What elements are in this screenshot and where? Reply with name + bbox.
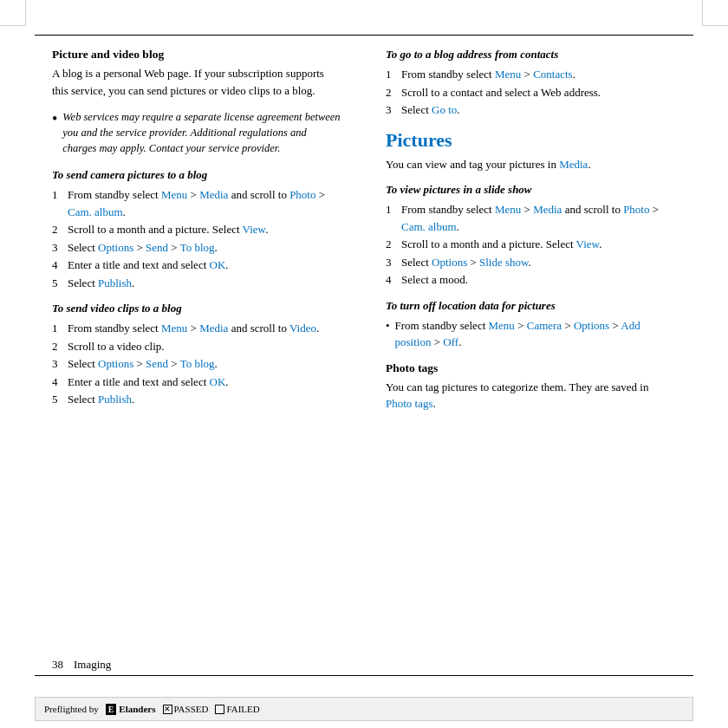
- options-link-4: Options: [574, 319, 609, 332]
- camera-step-2: 2 Scroll to a month and a picture. Selec…: [52, 221, 342, 238]
- ok-link-1: OK: [210, 258, 226, 271]
- publish-link-2: Publish: [98, 393, 132, 406]
- photo-tags-title: Photo tags: [386, 361, 676, 375]
- options-link-1: Options: [98, 241, 133, 254]
- camera-step-3: 3 Select Options > Send > To blog.: [52, 239, 342, 257]
- contacts-step-2: 2 Scroll to a contact and select a Web a…: [386, 84, 676, 101]
- ok-link-2: OK: [210, 375, 226, 388]
- elanders-e-icon: E: [106, 704, 117, 715]
- preflight-bar: Preflighted by E Elanders ✕ PASSED FAILE…: [35, 697, 693, 721]
- video-steps-list: 1 From standby select Menu > Media and s…: [52, 320, 342, 408]
- preflight-label: Preflighted by: [44, 704, 99, 714]
- page-section-label: Imaging: [74, 658, 111, 672]
- send-link-1: Send: [146, 241, 168, 254]
- photo-tags-link: Photo tags: [386, 397, 433, 410]
- cam-album-link-1: Cam. album: [68, 205, 123, 218]
- failed-check-icon: [215, 705, 224, 714]
- elanders-logo: E Elanders: [106, 704, 156, 715]
- menu-link-4: Menu: [495, 203, 521, 216]
- subsection-video-title: To send video clips to a blog: [52, 302, 342, 315]
- location-step-1: • From standby select Menu > Camera > Op…: [386, 317, 676, 351]
- camera-step-5: 5 Select Publish.: [52, 275, 342, 292]
- elanders-brand: Elanders: [119, 704, 155, 714]
- main-body: A blog is a personal Web page. If your s…: [52, 65, 342, 99]
- passed-check-icon: ✕: [163, 705, 172, 714]
- right-column: To go to a blog address from contacts 1 …: [377, 48, 676, 667]
- notice-block: • Web services may require a separate li…: [52, 109, 342, 156]
- notice-text: Web services may require a separate lice…: [62, 109, 342, 156]
- cam-album-link-2: Cam. album: [401, 220, 457, 233]
- send-link-2: Send: [146, 357, 168, 370]
- media-link-2: Media: [199, 322, 228, 335]
- view-link-1: View: [243, 223, 266, 236]
- video-step-5: 5 Select Publish.: [52, 391, 342, 408]
- video-step-3: 3 Select Options > Send > To blog.: [52, 355, 342, 373]
- photo-link-1: Photo: [289, 188, 315, 201]
- video-step-1: 1 From standby select Menu > Media and s…: [52, 320, 342, 337]
- passed-label: PASSED: [174, 704, 209, 714]
- video-step-2: 2 Scroll to a video clip.: [52, 338, 342, 355]
- content-area: Picture and video blog A blog is a perso…: [52, 48, 676, 667]
- options-link-3: Options: [432, 256, 467, 269]
- menu-link-5: Menu: [489, 319, 515, 332]
- pictures-body: You can view and tag your pictures in Me…: [386, 156, 676, 173]
- menu-link-1: Menu: [161, 188, 187, 201]
- slideshow-title: To view pictures in a slide show: [386, 183, 676, 197]
- passed-checkbox: ✕ PASSED: [163, 704, 209, 714]
- location-title: To turn off location data for pictures: [386, 299, 676, 313]
- corner-mark-tr: [702, 0, 728, 26]
- camera-link-1: Camera: [527, 319, 562, 332]
- contacts-section-title: To go to a blog address from contacts: [386, 48, 676, 62]
- media-link-4: Media: [533, 203, 562, 216]
- camera-step-4: 4 Enter a title and text and select OK.: [52, 257, 342, 274]
- contacts-step-1: 1 From standby select Menu > Contacts.: [386, 66, 676, 83]
- video-step-4: 4 Enter a title and text and select OK.: [52, 374, 342, 391]
- slideshow-step-3: 3 Select Options > Slide show.: [386, 254, 676, 271]
- off-link-1: Off: [443, 335, 458, 348]
- camera-step-1: 1 From standby select Menu > Media and s…: [52, 186, 342, 220]
- view-link-2: View: [576, 237, 600, 250]
- failed-checkbox: FAILED: [215, 704, 259, 714]
- camera-steps-list: 1 From standby select Menu > Media and s…: [52, 186, 342, 291]
- corner-mark-tl: [0, 0, 26, 26]
- contacts-steps-list: 1 From standby select Menu > Contacts. 2…: [386, 66, 676, 119]
- pictures-heading: Pictures: [386, 129, 676, 152]
- notice-bullet-icon: •: [52, 110, 57, 129]
- page-number: 38: [52, 658, 63, 672]
- menu-link-3: Menu: [495, 68, 521, 81]
- goto-link-1: Go to: [432, 103, 457, 116]
- media-link-1: Media: [199, 188, 228, 201]
- bottom-border: [35, 675, 693, 676]
- failed-label: FAILED: [226, 704, 259, 714]
- slideshow-step-2: 2 Scroll to a month and a picture. Selec…: [386, 236, 676, 253]
- location-steps-list: • From standby select Menu > Camera > Op…: [386, 317, 676, 351]
- options-link-2: Options: [98, 357, 133, 370]
- photo-link-2: Photo: [623, 203, 649, 216]
- slideshow-steps-list: 1 From standby select Menu > Media and s…: [386, 201, 676, 289]
- slideshow-link-1: Slide show: [479, 256, 529, 269]
- toblog-link-1: To blog: [180, 241, 215, 254]
- contacts-step-3: 3 Select Go to.: [386, 101, 676, 119]
- main-title: Picture and video blog: [52, 48, 342, 62]
- bullet-icon-1: •: [386, 317, 390, 335]
- contacts-link-1: Contacts: [533, 68, 573, 81]
- photo-tags-body: You can tag pictures to categorize them.…: [386, 379, 676, 413]
- top-border: [35, 35, 693, 36]
- slideshow-step-4: 4 Select a mood.: [386, 271, 676, 289]
- publish-link-1: Publish: [98, 276, 132, 289]
- left-column: Picture and video blog A blog is a perso…: [52, 48, 351, 667]
- media-link-3: Media: [559, 158, 588, 171]
- page: Picture and video blog A blog is a perso…: [0, 0, 728, 728]
- video-link-1: Video: [289, 322, 316, 335]
- menu-link-2: Menu: [161, 322, 187, 335]
- subsection-camera-title: To send camera pictures to a blog: [52, 168, 342, 182]
- slideshow-step-1: 1 From standby select Menu > Media and s…: [386, 201, 676, 235]
- toblog-link-2: To blog: [180, 357, 215, 370]
